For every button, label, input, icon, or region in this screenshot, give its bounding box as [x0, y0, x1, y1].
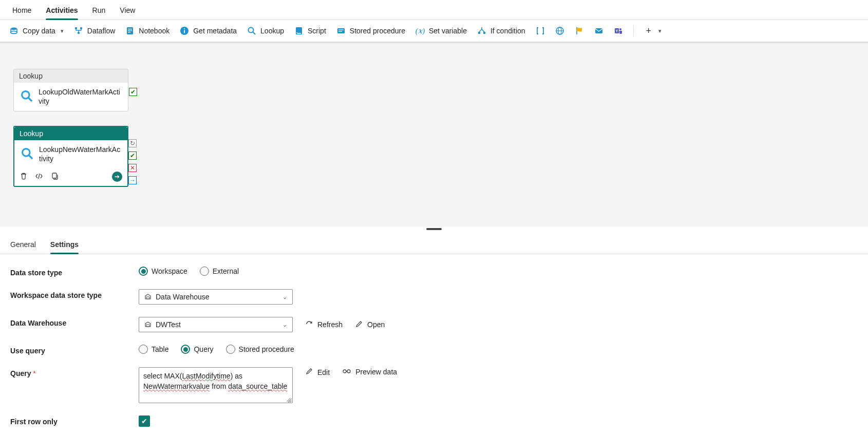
brackets-icon: [536, 26, 545, 35]
tool-extra-2[interactable]: [555, 26, 564, 35]
svg-rect-7: [128, 30, 132, 31]
glasses-icon: [342, 367, 351, 376]
pencil-icon: [355, 320, 363, 330]
activity-lookup-new[interactable]: Lookup LookupNewWaterMarkActivity ➔: [13, 126, 128, 187]
port-success[interactable]: ✔: [128, 152, 137, 160]
radio-table-label: Table: [152, 345, 168, 353]
label-first-row-only: First row only: [10, 415, 139, 426]
svg-rect-8: [128, 32, 130, 32]
tool-extra-5[interactable]: T: [614, 26, 623, 35]
port-skip[interactable]: →: [128, 176, 137, 184]
svg-text:T: T: [615, 29, 618, 33]
edit-query-label: Edit: [317, 368, 330, 376]
checkbox-first-row-only[interactable]: ✔: [139, 415, 150, 427]
variable-icon: (𝑥): [416, 26, 425, 35]
tool-notebook[interactable]: Notebook: [125, 26, 169, 35]
radio-external[interactable]: External: [200, 267, 239, 276]
svg-point-27: [22, 91, 29, 99]
radio-workspace[interactable]: Workspace: [139, 267, 187, 276]
activity-type-label: Lookup: [14, 69, 128, 83]
tab-activities[interactable]: Activities: [46, 4, 78, 20]
tool-lookup[interactable]: Lookup: [247, 26, 284, 35]
pencil-icon: [305, 367, 313, 377]
svg-point-2: [75, 27, 77, 29]
preview-data-button[interactable]: Preview data: [342, 367, 397, 376]
radio-query[interactable]: Query: [181, 345, 213, 354]
copy-icon[interactable]: [50, 172, 59, 182]
tool-script[interactable]: Script: [294, 26, 326, 35]
port-retry[interactable]: ↻: [128, 139, 137, 147]
chevron-down-icon: ⌄: [282, 294, 287, 300]
radio-table[interactable]: Table: [139, 345, 168, 354]
tool-script-label: Script: [308, 27, 326, 35]
run-icon[interactable]: ➔: [112, 172, 122, 182]
panel-splitter[interactable]: [0, 227, 868, 233]
chevron-down-icon: ▾: [61, 28, 64, 34]
tool-set-variable[interactable]: (𝑥) Set variable: [416, 26, 467, 35]
svg-point-26: [619, 28, 621, 30]
edit-query-button[interactable]: Edit: [305, 367, 330, 377]
select-workspace-data-store-type[interactable]: Data Warehouse ⌄: [139, 289, 293, 305]
svg-rect-18: [478, 32, 480, 34]
radio-stored-procedure[interactable]: Stored procedure: [226, 345, 294, 354]
tab-view[interactable]: View: [120, 4, 135, 20]
query-textarea[interactable]: select MAX(LastModifytime) as NewWaterma…: [139, 367, 293, 403]
pipeline-canvas[interactable]: Lookup LookupOldWaterMarkActivity ✔ Look…: [0, 42, 868, 227]
tool-get-metadata[interactable]: Get metadata: [180, 26, 237, 35]
svg-rect-31: [52, 173, 56, 178]
mail-icon: [594, 26, 603, 35]
tool-stored-procedure[interactable]: Stored procedure: [336, 26, 405, 35]
label-data-store-type: Data store type: [10, 267, 139, 277]
port-success[interactable]: ✔: [129, 88, 137, 96]
open-button[interactable]: Open: [355, 320, 385, 330]
tool-set-variable-label: Set variable: [429, 27, 467, 35]
activity-type-label: Lookup: [14, 127, 127, 140]
svg-point-0: [11, 28, 17, 30]
detail-tabs: General Settings: [0, 233, 868, 254]
radio-external-label: External: [213, 267, 239, 275]
label-query: Query *: [10, 367, 139, 377]
radio-stored-procedure-label: Stored procedure: [239, 345, 294, 353]
tool-copy-data-label: Copy data: [23, 27, 55, 35]
info-icon: [180, 26, 189, 35]
svg-line-28: [29, 98, 32, 102]
svg-point-34: [343, 370, 346, 373]
tool-add[interactable]: + ▾: [644, 26, 662, 35]
tab-run[interactable]: Run: [92, 4, 106, 20]
tool-dataflow-label: Dataflow: [87, 27, 115, 35]
warehouse-icon: [144, 293, 152, 301]
radio-query-label: Query: [194, 345, 213, 353]
warehouse-icon: [144, 320, 152, 329]
tool-if-condition[interactable]: If condition: [477, 26, 525, 35]
activities-toolbar: Copy data ▾ Dataflow Notebook Get metada…: [0, 20, 868, 42]
flag-icon: [575, 26, 584, 35]
tab-home[interactable]: Home: [12, 4, 31, 20]
svg-rect-17: [338, 31, 342, 32]
svg-rect-16: [338, 30, 344, 30]
refresh-icon: [305, 320, 313, 330]
select-data-warehouse[interactable]: DWTest ⌄: [139, 317, 293, 332]
activity-lookup-old[interactable]: Lookup LookupOldWaterMarkActivity ✔: [13, 69, 128, 111]
activity-name-label: LookupOldWaterMarkActivity: [39, 88, 122, 106]
detail-tab-settings[interactable]: Settings: [50, 240, 79, 254]
tool-extra-4[interactable]: [594, 26, 603, 35]
trash-icon[interactable]: [20, 172, 28, 182]
svg-point-12: [249, 28, 254, 33]
tool-lookup-label: Lookup: [260, 27, 284, 35]
tool-dataflow[interactable]: Dataflow: [74, 26, 115, 35]
toolbar-separator: [633, 25, 634, 36]
tool-copy-data[interactable]: Copy data ▾: [9, 26, 64, 35]
settings-form: Data store type Workspace External Works…: [0, 254, 868, 435]
refresh-label: Refresh: [317, 320, 343, 329]
tool-extra-1[interactable]: [536, 26, 545, 35]
tool-extra-3[interactable]: [575, 26, 584, 35]
label-data-warehouse: Data Warehouse: [10, 317, 139, 327]
code-icon[interactable]: [35, 172, 43, 182]
top-tabs: Home Activities Run View: [0, 0, 868, 20]
resize-handle-icon[interactable]: [286, 396, 291, 402]
refresh-button[interactable]: Refresh: [305, 320, 343, 330]
svg-point-4: [78, 32, 80, 34]
port-fail[interactable]: ✕: [128, 164, 137, 172]
detail-tab-general[interactable]: General: [10, 240, 36, 254]
svg-line-30: [29, 156, 33, 159]
